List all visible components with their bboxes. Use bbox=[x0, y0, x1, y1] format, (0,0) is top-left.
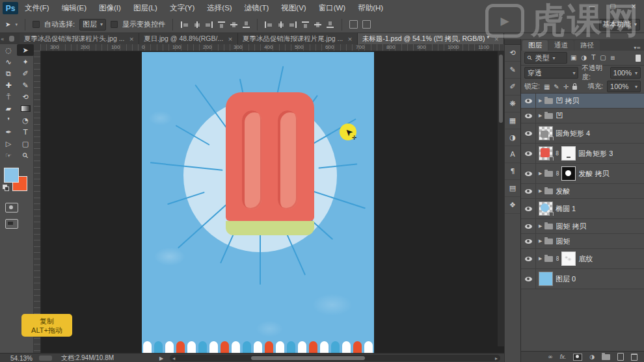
distribute-horizontal-centers-icon[interactable] bbox=[276, 21, 285, 29]
distribute-top-edges-icon[interactable] bbox=[301, 21, 310, 29]
layer-visibility-icon[interactable] bbox=[525, 224, 532, 229]
lasso-tool[interactable]: ∿ bbox=[0, 56, 17, 68]
align-top-edges-icon[interactable] bbox=[217, 21, 226, 29]
vertical-scrollbar[interactable] bbox=[498, 51, 504, 346]
screen-mode-icon[interactable] bbox=[5, 219, 18, 229]
layer-visibility-icon[interactable] bbox=[525, 207, 532, 211]
lock-pixels-icon[interactable]: ✎ bbox=[554, 83, 559, 90]
adjustments-panel-icon[interactable]: ◑ bbox=[505, 129, 520, 146]
horizontal-scrollbar-thumb[interactable] bbox=[251, 356, 365, 360]
tab-close-icon[interactable]: × bbox=[347, 36, 353, 42]
character-panel-icon[interactable]: A bbox=[505, 146, 520, 163]
mask-link-icon[interactable]: 8 bbox=[556, 256, 559, 262]
canvas[interactable]: ➤ ✛ bbox=[142, 52, 374, 353]
tab-channels[interactable]: 通道 bbox=[548, 40, 574, 51]
gradient-tool[interactable] bbox=[17, 103, 34, 114]
delete-layer-icon[interactable] bbox=[631, 354, 637, 361]
expand-triangle-icon[interactable]: ▶ bbox=[539, 98, 542, 103]
menu-item[interactable]: 选择(S) bbox=[207, 3, 232, 13]
pixel-filter-icon[interactable]: ▣ bbox=[570, 54, 576, 62]
layer-visibility-icon[interactable] bbox=[525, 172, 532, 176]
document-tab[interactable]: 夏日.jpg @ 48.8%(RGB/...× bbox=[139, 33, 238, 44]
blur-tool[interactable]: ❜ bbox=[0, 114, 17, 126]
menu-item[interactable]: 帮助(H) bbox=[358, 3, 383, 13]
align-right-edges-icon[interactable] bbox=[205, 21, 213, 29]
smart-object-filter-icon[interactable]: ⧈ bbox=[611, 54, 615, 62]
new-group-icon[interactable] bbox=[602, 354, 610, 360]
pen-tool[interactable]: ✒ bbox=[0, 126, 17, 138]
filter-type-dropdown[interactable]: ⚲ 类型 ▾ bbox=[524, 52, 567, 64]
layer-row[interactable]: 8圆角矩形 3 bbox=[521, 144, 644, 164]
menu-item[interactable]: 文字(Y) bbox=[170, 3, 195, 13]
status-chevron-icon[interactable]: ▶ bbox=[159, 356, 163, 361]
magic-wand-tool[interactable]: ✦ bbox=[17, 56, 34, 68]
workspace-switcher[interactable]: 基本功能 ▾ bbox=[599, 19, 640, 31]
layer-visibility-icon[interactable] bbox=[525, 239, 532, 244]
layer-row[interactable]: ▶发酸 bbox=[521, 184, 644, 199]
distribute-right-edges-icon[interactable] bbox=[289, 21, 297, 29]
eraser-tool[interactable]: ▰ bbox=[0, 103, 17, 114]
fill-dropdown[interactable]: 100% ▾ bbox=[607, 81, 641, 92]
layer-visibility-icon[interactable] bbox=[525, 114, 532, 118]
path-selection-tool[interactable]: ▷ bbox=[0, 138, 17, 149]
history-panel-icon[interactable]: ⟲ bbox=[505, 45, 520, 62]
tool-preset-arrow-icon[interactable]: ▾ bbox=[15, 22, 18, 27]
align-bottom-edges-icon[interactable] bbox=[242, 21, 250, 29]
menu-item[interactable]: 文件(F) bbox=[25, 3, 49, 13]
layer-comps-panel-icon[interactable]: ▤ bbox=[505, 180, 520, 197]
auto-select-checkbox[interactable] bbox=[33, 21, 40, 28]
layer-row[interactable]: ▶圆矩 拷贝 bbox=[521, 219, 644, 234]
layer-visibility-icon[interactable] bbox=[525, 257, 532, 261]
new-layer-icon[interactable] bbox=[617, 353, 624, 361]
dodge-tool[interactable]: ◔ bbox=[17, 114, 34, 126]
layer-visibility-icon[interactable] bbox=[525, 99, 532, 103]
paragraph-panel-icon[interactable]: ¶ bbox=[505, 163, 520, 180]
collapse-tabs-icon[interactable]: « bbox=[0, 33, 5, 44]
new-adjustment-layer-icon[interactable]: ◑ bbox=[589, 354, 595, 360]
document-tab[interactable]: 未标题-1.psd @ 54.1% (凹 拷贝, RGB/8) *× bbox=[358, 33, 504, 44]
color-panel-icon[interactable]: ❋ bbox=[505, 96, 520, 112]
tab-close-icon[interactable]: × bbox=[129, 36, 134, 42]
lock-all-icon[interactable] bbox=[572, 86, 577, 90]
vertical-scrollbar-thumb[interactable] bbox=[499, 55, 503, 123]
distribute-vertical-centers-icon[interactable] bbox=[314, 21, 322, 29]
menu-item[interactable]: 图层(L) bbox=[133, 3, 157, 13]
type-filter-icon[interactable]: T bbox=[591, 54, 595, 62]
shape-filter-icon[interactable]: ▢ bbox=[600, 54, 606, 62]
foreground-color-swatch[interactable] bbox=[4, 168, 19, 183]
move-tool-icon[interactable]: ➤ bbox=[5, 21, 10, 28]
zoom-tool[interactable]: ⚲ bbox=[17, 149, 34, 161]
brush-presets-panel-icon[interactable]: ✐ bbox=[505, 79, 520, 96]
layer-visibility-icon[interactable] bbox=[525, 277, 532, 281]
expand-triangle-icon[interactable]: ▶ bbox=[539, 256, 542, 261]
add-layer-mask-icon[interactable] bbox=[573, 354, 582, 361]
brush-tool[interactable]: ✎ bbox=[17, 79, 34, 91]
document-tab[interactable]: 夏季冰品促销海报课程片头.jpg ...× bbox=[20, 33, 139, 44]
crop-tool[interactable]: ⧉ bbox=[0, 68, 17, 79]
scroll-right-icon[interactable]: ▸ bbox=[492, 356, 500, 361]
layer-visibility-icon[interactable] bbox=[525, 131, 532, 136]
healing-brush-tool[interactable]: ✚ bbox=[0, 79, 17, 91]
styles-panel-icon[interactable]: ❖ bbox=[505, 197, 520, 214]
panel-menu-icon[interactable]: ▾≡ bbox=[634, 45, 643, 51]
layer-row[interactable]: ▶8发酸 拷贝 bbox=[521, 164, 644, 184]
expand-triangle-icon[interactable]: ▶ bbox=[539, 113, 542, 118]
document-tab[interactable]: 夏季冰品促销海报课程片尾.jpg ...× bbox=[238, 33, 358, 44]
filter-toggle-icon[interactable] bbox=[636, 55, 641, 62]
layer-visibility-icon[interactable] bbox=[525, 189, 532, 194]
layer-row[interactable]: 图层 0 bbox=[521, 269, 644, 289]
layer-row[interactable]: 椭圆 1 bbox=[521, 199, 644, 219]
auto-align-layers-icon[interactable] bbox=[349, 20, 358, 29]
tab-layers[interactable]: 图层 bbox=[522, 40, 548, 51]
eyedropper-tool[interactable]: ✐ bbox=[17, 68, 34, 79]
clone-stamp-tool[interactable]: ⍑ bbox=[0, 91, 17, 103]
default-colors-icon[interactable] bbox=[3, 185, 8, 190]
mask-link-icon[interactable]: 8 bbox=[556, 171, 559, 177]
link-layers-icon[interactable]: ∞ bbox=[548, 354, 553, 360]
mask-link-icon[interactable]: 8 bbox=[556, 151, 559, 157]
zoom-percentage[interactable]: 54.13% bbox=[10, 355, 33, 362]
layer-row[interactable]: ▶圆矩 bbox=[521, 234, 644, 249]
expand-triangle-icon[interactable]: ▶ bbox=[539, 188, 542, 194]
tab-paths[interactable]: 路径 bbox=[574, 40, 600, 51]
layer-style-icon[interactable]: fx. bbox=[560, 354, 567, 360]
